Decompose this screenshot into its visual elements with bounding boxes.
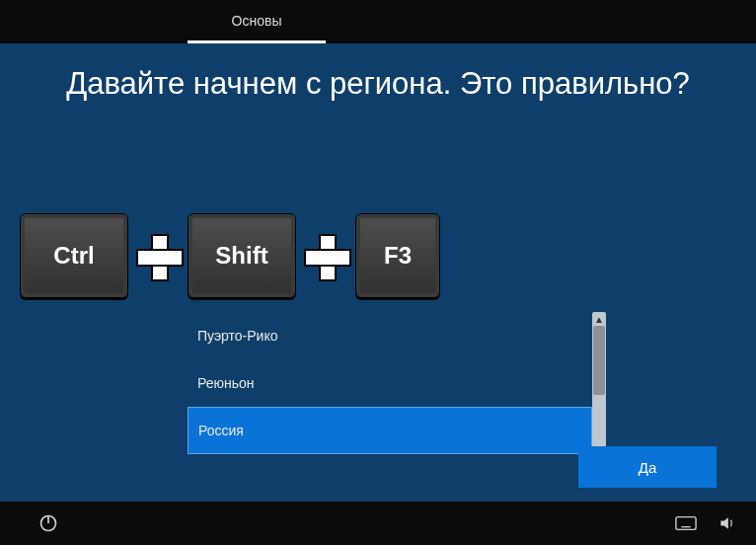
- key-ctrl: Ctrl: [20, 213, 128, 298]
- tab-bar: Основы: [0, 0, 756, 43]
- power-icon[interactable]: [38, 512, 59, 534]
- oobe-screen: Основы Давайте начнем с региона. Это пра…: [0, 0, 756, 545]
- shortcut-overlay: Ctrl Shift F3: [20, 213, 440, 298]
- list-item-selected[interactable]: Россия: [188, 407, 592, 454]
- region-list-container: Пуэрто-Рико Реюньон Россия ▲ ▼: [188, 312, 606, 456]
- plus-icon: [304, 234, 347, 277]
- bottom-bar: [0, 502, 756, 545]
- volume-icon[interactable]: [717, 512, 738, 534]
- region-list[interactable]: Пуэрто-Рико Реюньон Россия: [188, 312, 592, 456]
- key-shift: Shift: [188, 213, 296, 298]
- list-item[interactable]: Реюньон: [188, 359, 592, 407]
- main-panel: Давайте начнем с региона. Это правильно?…: [0, 43, 756, 502]
- plus-icon: [136, 234, 180, 277]
- confirm-button[interactable]: Да: [578, 446, 717, 488]
- key-f3: F3: [355, 213, 440, 298]
- scroll-up-icon[interactable]: ▲: [592, 312, 606, 326]
- tab-basics[interactable]: Основы: [188, 0, 326, 43]
- svg-rect-1: [676, 517, 696, 530]
- list-item[interactable]: Пуэрто-Рико: [188, 312, 592, 359]
- page-title: Давайте начнем с региона. Это правильно?: [0, 43, 756, 104]
- scroll-thumb[interactable]: [593, 326, 605, 395]
- scrollbar[interactable]: ▲ ▼: [592, 312, 606, 456]
- keyboard-icon[interactable]: [675, 512, 697, 534]
